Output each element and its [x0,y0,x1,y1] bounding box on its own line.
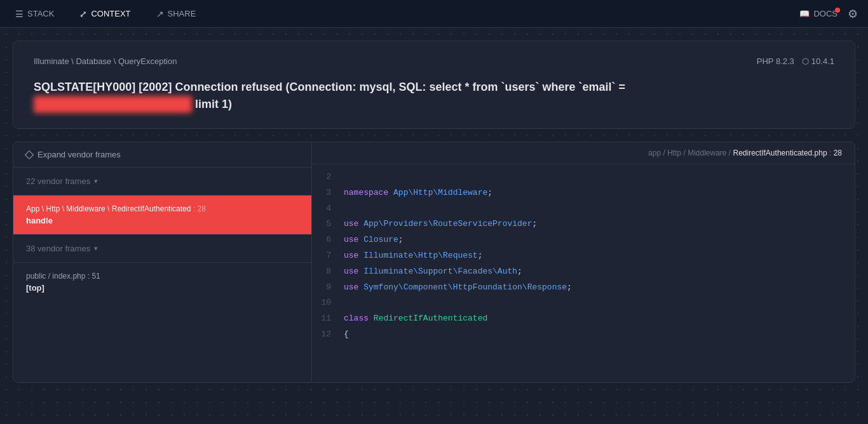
error-redacted-email: pa••••bayaba100@gmail.com [34,96,192,113]
code-header: app / Http / Middleware / RedirectIfAuth… [312,142,855,164]
error-title: SQLSTATE[HY000] [2002] Connection refuse… [34,79,834,113]
code-line-10: 10 [312,295,855,311]
context-label: CONTEXT [91,9,130,18]
active-frame-line: : 28 [193,204,206,213]
php-version: PHP 8.2.3 [757,56,794,66]
code-line-12: 12 { [312,327,855,343]
share-nav-item[interactable]: ↗ SHARE [151,6,201,22]
error-namespace: Illuminate \ Database \ QueryException [34,56,177,66]
active-frame-method: handle [26,216,299,225]
code-line-8: 8 use Illuminate\Support\Facades\Auth; [312,264,855,280]
settings-icon: ⚙ [848,8,858,20]
main-content: Illuminate \ Database \ QueryException P… [0,28,868,424]
chevron-down-icon: ▾ [94,177,98,185]
index-frame-path: public / index.php : 51 [26,272,299,281]
error-card: Illuminate \ Database \ QueryException P… [13,41,855,129]
stack-icon: ☰ [15,9,24,19]
vendor-frames-bottom[interactable]: 38 vendor frames ▾ [13,235,311,263]
code-panel: app / Http / Middleware / RedirectIfAuth… [312,142,855,382]
active-frame-path: App \ Http \ Middleware \ RedirectIfAuth… [26,204,299,213]
stack-nav-item[interactable]: ☰ STACK [10,6,59,22]
docs-label: DOCS [813,9,837,18]
chevron-down-icon-2: ▾ [94,244,98,253]
docs-button[interactable]: 📖 DOCS [799,9,837,18]
code-body: 2 3 namespace App\Http\Middleware; 4 5 u… [312,164,855,382]
topnav: ☰ STACK ⤢ CONTEXT ↗ SHARE 📖 DOCS ⚙ [0,0,868,28]
code-file-path: app / Http / Middleware / RedirectIfAuth… [648,149,842,157]
docs-badge [835,8,840,13]
laravel-version: ⬡ 10.4.1 [802,56,834,66]
laravel-icon: ⬡ [802,56,809,66]
docs-icon: 📖 [799,9,810,18]
share-icon: ↗ [156,9,164,19]
expand-vendor-label: Expand vendor frames [37,150,121,159]
vendor-frames-top-label: 22 vendor frames [26,176,90,186]
php-info: PHP 8.2.3 ⬡ 10.4.1 [757,56,834,66]
code-line-2: 2 [312,169,855,185]
stack-label: STACK [27,9,54,18]
code-line-3: 3 namespace App\Http\Middleware; [312,185,855,201]
nav-right: 📖 DOCS ⚙ [799,7,858,21]
context-icon: ⤢ [79,9,87,19]
stack-panel: Expand vendor frames 22 vendor frames ▾ … [13,142,855,383]
code-line-11: 11 class RedirectIfAuthenticated [312,311,855,327]
vendor-frames-top[interactable]: 22 vendor frames ▾ [13,168,311,195]
context-nav-item[interactable]: ⤢ CONTEXT [74,6,135,22]
code-file-highlight: RedirectIfAuthenticated.php [733,149,827,157]
index-frame-item[interactable]: public / index.php : 51 [top] [13,263,311,301]
code-line-4: 4 [312,201,855,217]
code-line-6: 6 use Closure; [312,232,855,248]
stack-sidebar: Expand vendor frames 22 vendor frames ▾ … [13,142,312,382]
nav-left: ☰ STACK ⤢ CONTEXT ↗ SHARE [10,6,201,22]
code-line-7: 7 use Illuminate\Http\Request; [312,248,855,264]
settings-button[interactable]: ⚙ [848,7,858,21]
code-line-5: 5 use App\Providers\RouteServiceProvider… [312,216,855,232]
active-frame-item[interactable]: App \ Http \ Middleware \ RedirectIfAuth… [13,195,311,235]
vendor-frames-bottom-label: 38 vendor frames [26,244,90,253]
code-line-9: 9 use Symfony\Component\HttpFoundation\R… [312,280,855,296]
share-label: SHARE [168,9,196,18]
diamond-icon [25,150,34,159]
expand-vendor-button[interactable]: Expand vendor frames [13,142,311,168]
index-frame-method: [top] [26,283,299,293]
